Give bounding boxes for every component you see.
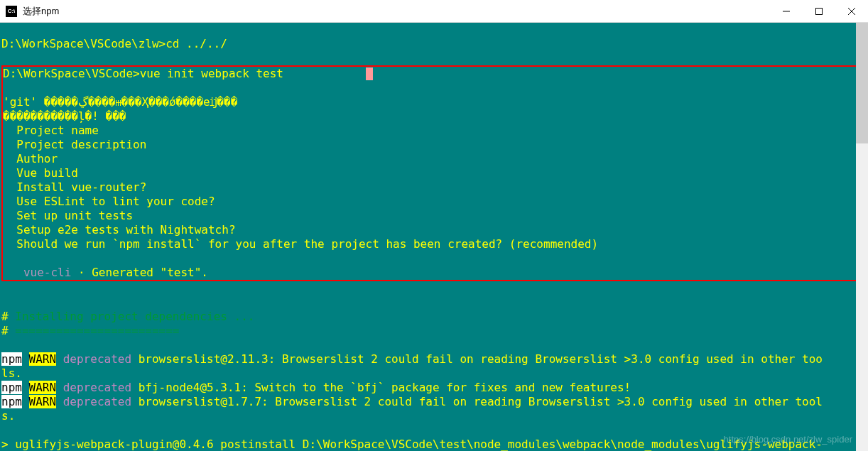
terminal-line — [1, 281, 868, 295]
warn-label: WARN — [29, 395, 57, 408]
command-text: vue init webpack test — [140, 67, 283, 80]
terminal-line — [1, 51, 868, 65]
terminal-line — [1, 338, 868, 352]
scrollbar-thumb[interactable] — [856, 23, 868, 143]
terminal-line: �����������ļ�! ��� — [3, 109, 867, 124]
terminal-content: D:\WorkSpace\VSCode\zlw>cd ../../ D:\Wor… — [0, 23, 868, 451]
minimize-button[interactable] — [770, 0, 803, 22]
terminal-line — [1, 23, 868, 37]
terminal-line: Project description — [3, 138, 867, 152]
terminal-line: s. — [1, 409, 868, 423]
terminal-line: Author — [3, 152, 867, 166]
vertical-scrollbar[interactable] — [856, 23, 868, 451]
terminal-line — [3, 81, 867, 95]
highlight-box: D:\WorkSpace\VSCode>vue init webpack tes… — [1, 65, 868, 281]
terminal-line — [3, 251, 867, 266]
watermark-text: https://blog.csdn.net/zlw_spider — [724, 433, 852, 447]
cursor-icon — [366, 67, 373, 80]
terminal-line: # Installing project dependencies ... — [1, 310, 868, 324]
terminal-line: npm WARN deprecated bfj-node4@5.3.1: Swi… — [1, 381, 868, 395]
terminal-line: Setup e2e tests with Nightwatch? — [3, 223, 867, 237]
terminal-line: Use ESLint to lint your code? — [3, 195, 867, 209]
vue-cli-label: vue-cli — [3, 266, 71, 279]
terminal-line: Set up unit tests — [3, 209, 867, 223]
window-controls — [770, 0, 868, 22]
terminal-line: npm WARN deprecated browserslist@2.11.3:… — [1, 352, 868, 366]
terminal-line: D:\WorkSpace\VSCode\zlw>cd ../../ — [1, 37, 868, 51]
window-title: 选择npm — [23, 5, 770, 18]
postinstall-line: uglifyjs-webpack-plugin@0.4.6 postinstal… — [15, 438, 823, 451]
deprecated-label: deprecated — [63, 381, 131, 394]
terminal-line — [1, 295, 868, 310]
terminal-line: npm WARN deprecated browserslist@1.7.7: … — [1, 395, 868, 409]
deprecated-label: deprecated — [63, 395, 131, 408]
cmd-icon: C:\ — [6, 6, 17, 17]
terminal-line: vue-cli · Generated "test". — [3, 266, 867, 280]
deprecated-label: deprecated — [63, 352, 131, 366]
command-text: cd ../../ — [166, 37, 227, 50]
warn-label: WARN — [29, 352, 57, 366]
npm-label: npm — [1, 381, 22, 394]
terminal-line: Install vue-router? — [3, 180, 867, 195]
maximize-button[interactable] — [803, 0, 835, 22]
terminal-line: D:\WorkSpace\VSCode>vue init webpack tes… — [3, 67, 867, 81]
terminal-line: Project name — [3, 124, 867, 138]
generated-msg: Generated "test". — [92, 266, 208, 279]
terminal-line: # ======================== — [1, 324, 868, 338]
close-button[interactable] — [835, 0, 868, 22]
prompt-text: D:\WorkSpace\VSCode> — [3, 67, 140, 80]
terminal-area[interactable]: D:\WorkSpace\VSCode\zlw>cd ../../ D:\Wor… — [0, 23, 868, 451]
terminal-line: Should we run `npm install` for you afte… — [3, 237, 867, 251]
terminal-line: ls. — [1, 366, 868, 381]
svg-rect-1 — [816, 8, 823, 14]
warn-label: WARN — [29, 381, 57, 394]
prompt-text: D:\WorkSpace\VSCode\zlw> — [1, 37, 166, 50]
npm-label: npm — [1, 395, 22, 408]
npm-label: npm — [1, 352, 22, 366]
install-msg: Installing project dependencies ... — [9, 310, 255, 323]
terminal-line: 'git' �����ڲ����ⲿ���Ҳ���ǿ����еĳ��� — [3, 95, 867, 109]
terminal-line: Vue build — [3, 166, 867, 180]
window-titlebar: C:\ 选择npm — [0, 0, 868, 23]
